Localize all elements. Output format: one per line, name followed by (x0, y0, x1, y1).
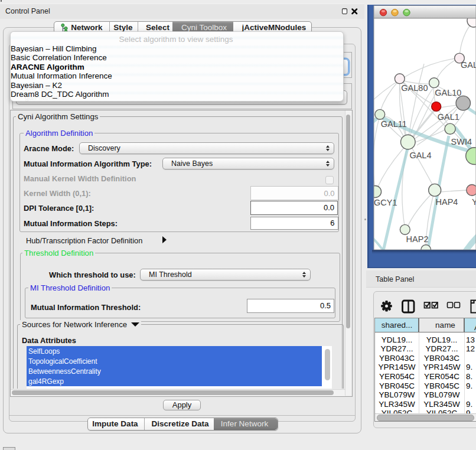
svg-text:GAL11: GAL11 (381, 119, 407, 129)
svg-text:GCY1: GCY1 (374, 198, 397, 207)
svg-text:SWI4: SWI4 (451, 137, 472, 146)
svg-text:HAP2: HAP2 (406, 234, 429, 244)
svg-text:HAP4: HAP4 (436, 197, 458, 207)
svg-text:GAL80: GAL80 (401, 83, 428, 93)
svg-text:GAL2: GAL2 (461, 60, 476, 70)
svg-text:Y: Y (472, 197, 476, 207)
svg-text:GAL1: GAL1 (438, 112, 459, 122)
svg-text:GAL10: GAL10 (435, 88, 461, 97)
svg-text:GAL4: GAL4 (409, 151, 431, 160)
